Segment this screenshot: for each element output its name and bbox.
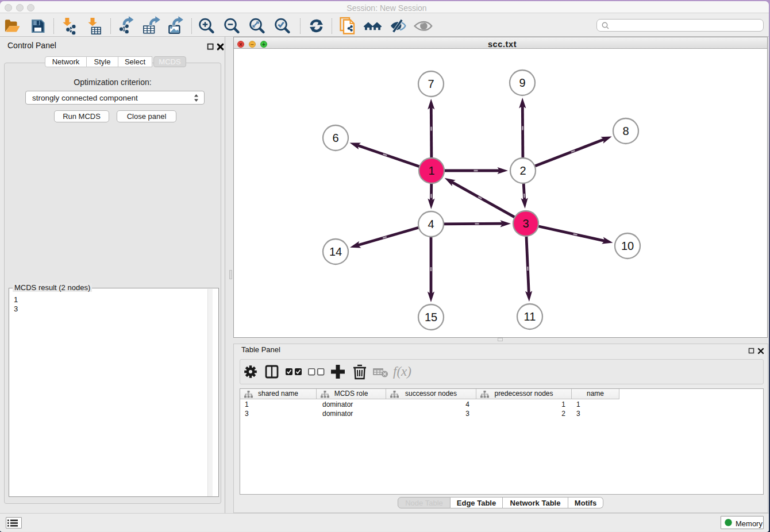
svg-text:f(x): f(x) — [393, 364, 411, 379]
svg-text:2: 2 — [519, 164, 526, 177]
svg-text:14: 14 — [329, 245, 342, 258]
svg-text:7: 7 — [428, 78, 434, 90]
svg-text:6: 6 — [332, 132, 338, 144]
svg-text:1: 1 — [428, 164, 434, 177]
svg-text:8: 8 — [622, 125, 629, 137]
svg-text:3: 3 — [522, 217, 529, 230]
svg-text:11: 11 — [524, 310, 536, 323]
svg-text:10: 10 — [621, 240, 634, 252]
svg-text:4: 4 — [428, 218, 434, 230]
svg-text:15: 15 — [425, 311, 437, 323]
svg-text:9: 9 — [519, 76, 525, 89]
